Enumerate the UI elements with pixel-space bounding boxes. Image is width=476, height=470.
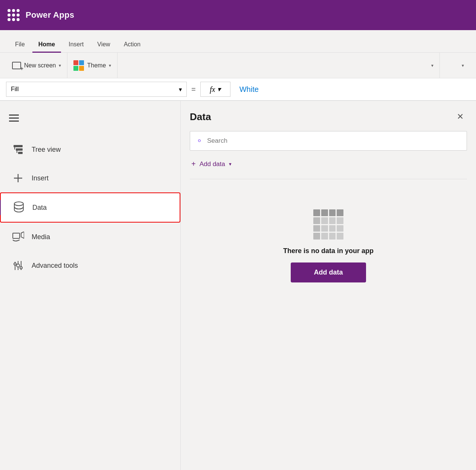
search-input[interactable]: [207, 137, 461, 145]
empty-state-text: There is no data in your app: [283, 247, 374, 255]
svg-point-12: [17, 264, 20, 267]
add-data-label: Add data: [200, 160, 225, 168]
empty-state: There is no data in your app Add data: [190, 194, 467, 298]
top-bar: Power Apps: [0, 0, 476, 30]
main-content: Tree view Insert Data: [0, 101, 476, 470]
equals-sign: =: [191, 85, 196, 94]
formula-bar: Fill ▾ = fx ▾ White: [0, 78, 476, 101]
sidebar-insert-label: Insert: [32, 174, 49, 182]
panel-title: Data: [190, 111, 211, 123]
property-select-value: Fill: [11, 86, 18, 93]
add-data-plus-icon: +: [191, 160, 196, 168]
menu-file[interactable]: File: [9, 37, 31, 53]
sidebar-item-insert[interactable]: Insert: [0, 164, 180, 192]
fx-chevron-icon: ▾: [217, 85, 221, 93]
new-screen-button[interactable]: New screen ▾: [6, 53, 67, 78]
sidebar-tree-view-label: Tree view: [32, 146, 61, 154]
sidebar-item-media[interactable]: Media: [0, 223, 180, 251]
new-screen-icon: [12, 62, 21, 69]
fx-label: fx: [210, 85, 215, 94]
app-launcher-icon[interactable]: [8, 9, 20, 21]
sidebar-advanced-tools-label: Advanced tools: [32, 262, 78, 270]
menu-insert[interactable]: Insert: [63, 37, 90, 53]
data-grid-icon: [313, 209, 343, 240]
dropdown1-chevron-icon: ▾: [431, 63, 433, 68]
data-icon: [13, 201, 25, 214]
add-data-row[interactable]: + Add data ▾: [190, 157, 467, 171]
svg-marker-9: [21, 232, 24, 238]
formula-value[interactable]: White: [235, 85, 470, 94]
toolbar: New screen ▾ Theme ▾ ▾ ▾: [0, 53, 476, 78]
add-data-button[interactable]: Add data: [291, 262, 366, 282]
theme-label: Theme: [87, 62, 106, 69]
insert-icon: [12, 172, 24, 184]
fx-button[interactable]: fx ▾: [200, 82, 230, 97]
theme-button[interactable]: Theme ▾: [67, 53, 117, 78]
add-data-chevron-icon: ▾: [229, 161, 232, 167]
data-panel: Data ✕ ⚬ + Add data ▾: [181, 101, 476, 470]
tree-view-icon: [12, 143, 24, 156]
dropdown2-chevron-icon: ▾: [462, 63, 464, 68]
app-title: Power Apps: [26, 10, 74, 20]
panel-close-button[interactable]: ✕: [453, 110, 467, 124]
media-icon: [12, 231, 24, 243]
svg-point-7: [14, 202, 23, 206]
svg-rect-8: [13, 233, 20, 238]
menu-action[interactable]: Action: [118, 37, 146, 53]
sidebar-toggle[interactable]: [0, 108, 180, 128]
new-screen-chevron-icon: ▾: [59, 63, 61, 68]
svg-rect-0: [14, 145, 23, 147]
menu-home[interactable]: Home: [32, 37, 61, 53]
new-screen-label: New screen: [24, 62, 56, 69]
advanced-tools-icon: [12, 259, 24, 272]
sidebar-item-advanced-tools[interactable]: Advanced tools: [0, 251, 180, 280]
menu-view[interactable]: View: [91, 37, 116, 53]
menu-bar: File Home Insert View Action: [0, 30, 476, 53]
left-sidebar: Tree view Insert Data: [0, 101, 181, 470]
sidebar-item-data[interactable]: Data: [0, 192, 180, 223]
search-box[interactable]: ⚬: [190, 131, 467, 151]
svg-rect-2: [18, 152, 23, 154]
sidebar-media-label: Media: [32, 233, 50, 241]
sidebar-item-tree-view[interactable]: Tree view: [0, 135, 180, 164]
svg-point-15: [14, 263, 16, 265]
search-icon: ⚬: [196, 136, 203, 145]
toolbar-dropdown-2[interactable]: ▾: [440, 53, 470, 78]
svg-point-18: [20, 267, 22, 269]
theme-chevron-icon: ▾: [109, 63, 111, 68]
panel-header: Data ✕: [190, 110, 467, 124]
sidebar-data-label: Data: [32, 204, 47, 212]
toolbar-dropdown-1[interactable]: ▾: [117, 53, 440, 78]
divider: [190, 179, 467, 179]
svg-rect-1: [16, 148, 23, 151]
property-select[interactable]: Fill ▾: [6, 82, 187, 97]
theme-icon: [73, 60, 84, 71]
property-select-chevron: ▾: [179, 86, 182, 93]
